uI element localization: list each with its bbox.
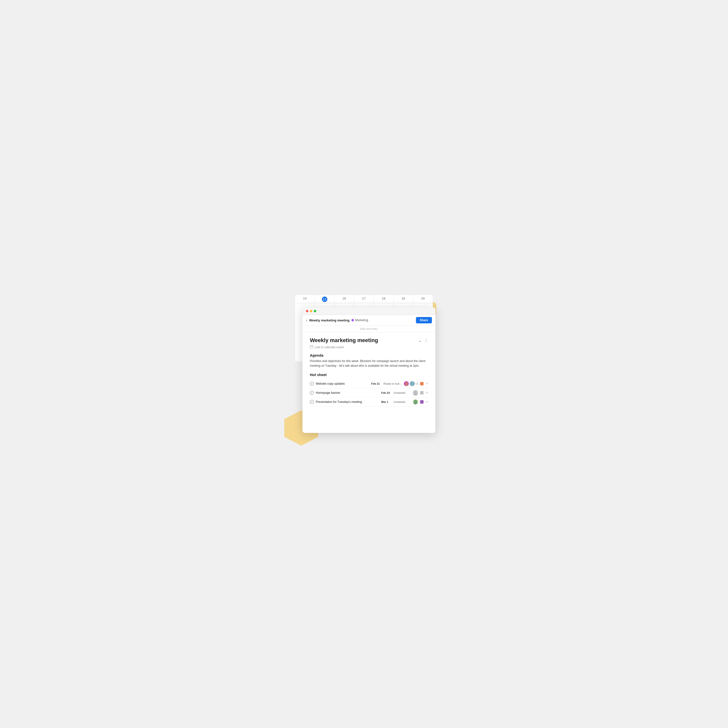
task-avatars-0: +2	[404, 381, 418, 386]
calendar-link-label: Link to calendar event	[315, 346, 344, 349]
svg-rect-2	[310, 346, 313, 348]
task-check-0[interactable]: ✓	[310, 382, 314, 385]
avatar-img-0a	[404, 381, 409, 386]
task-avatars-2	[413, 399, 418, 405]
task-status-0: Ready to buil...	[384, 382, 401, 385]
add-entry-bar[interactable]: Add new entry	[303, 326, 435, 332]
window-titlebar	[303, 307, 435, 315]
svg-point-9	[410, 384, 414, 386]
meeting-main-title: Weekly marketing meeting	[310, 337, 378, 344]
svg-point-13	[414, 403, 418, 405]
cal-day-14: 14	[295, 295, 315, 303]
window-toolbar: ‹ Weekly marketing meeting Marketing Sha…	[303, 315, 435, 326]
traffic-light-red[interactable]	[306, 310, 308, 312]
app-window: ‹ Weekly marketing meeting Marketing Sha…	[303, 307, 435, 433]
svg-point-6	[405, 382, 408, 384]
calendar-header: 14 15 16 17 18 19 20	[295, 295, 433, 303]
share-button[interactable]: Share	[416, 317, 432, 323]
task-status-1: Unstarted	[393, 391, 411, 394]
cal-day-15: 15	[315, 295, 335, 303]
agenda-title: Agenda	[310, 353, 428, 357]
window-title: Weekly marketing meeting	[309, 318, 349, 322]
task-row-2: ✓ Presentation for Tuesday's meeting Mar…	[310, 398, 428, 407]
calendar-link-row[interactable]: Link to calendar event	[310, 345, 428, 349]
task-plus-badge-0: +2	[416, 382, 418, 385]
task-row-0: ✓ Website copy updates Feb 21 Ready to b…	[310, 379, 428, 388]
collapse-icon[interactable]: ⌄	[418, 338, 422, 343]
task-date-1: Feb 24	[381, 391, 392, 394]
task-date-0: Feb 21	[371, 382, 381, 385]
cal-day-16: 16	[335, 295, 354, 303]
cal-day-17: 17	[354, 295, 374, 303]
svg-point-11	[413, 393, 418, 396]
external-link-icon-2[interactable]: ↗	[425, 400, 428, 404]
window-content: Weekly marketing meeting ⌄ ⋮ Link to cal…	[303, 332, 435, 433]
more-options-icon[interactable]: ⋮	[424, 338, 428, 343]
scene: 14 15 16 17 18 19 20	[295, 295, 433, 433]
task-status-2: Unstarted	[393, 401, 411, 404]
task-avatars-1	[413, 390, 418, 396]
agenda-text: Priorities and objectives for this week.…	[310, 359, 428, 368]
calendar-icon	[310, 345, 313, 349]
cal-day-20: 20	[413, 295, 433, 303]
task-date-2: Mar 1	[381, 401, 392, 404]
task-check-1[interactable]: ✓	[310, 391, 314, 395]
svg-point-7	[405, 384, 408, 386]
task-status-color-1	[420, 391, 424, 395]
traffic-light-yellow[interactable]	[310, 310, 312, 312]
calendar-tag: Marketing	[352, 318, 368, 322]
hot-sheet-title: Hot sheet	[310, 373, 428, 377]
svg-point-8	[411, 382, 414, 384]
avatar-placeholder-1	[413, 390, 418, 396]
avatar-img-2a	[413, 399, 418, 405]
meeting-title-row: Weekly marketing meeting ⌄ ⋮	[310, 337, 428, 344]
task-row-1: ✓ Homepage banner Feb 24 Unstarted ↗	[310, 388, 428, 398]
marketing-color-dot	[352, 319, 354, 321]
external-link-icon-1[interactable]: ↗	[425, 391, 428, 395]
cal-day-18: 18	[374, 295, 393, 303]
svg-point-10	[414, 391, 417, 393]
cal-day-19: 19	[393, 295, 413, 303]
task-status-color-0	[420, 382, 424, 385]
task-name-2: Presentation for Tuesday's meeting	[316, 400, 379, 404]
svg-point-12	[414, 400, 417, 403]
add-entry-label: Add new entry	[360, 327, 378, 330]
meeting-actions: ⌄ ⋮	[418, 338, 428, 343]
task-name-1: Homepage banner	[316, 391, 379, 395]
traffic-light-green[interactable]	[314, 310, 316, 312]
task-name-0: Website copy updates	[316, 382, 369, 385]
task-check-2[interactable]: ✓	[310, 400, 314, 404]
calendar-tag-label: Marketing	[355, 318, 368, 322]
task-status-color-2	[420, 400, 424, 404]
avatar-img-0b	[410, 381, 415, 386]
external-link-icon-0[interactable]: ↗	[425, 382, 428, 385]
back-button[interactable]: ‹	[306, 318, 307, 323]
